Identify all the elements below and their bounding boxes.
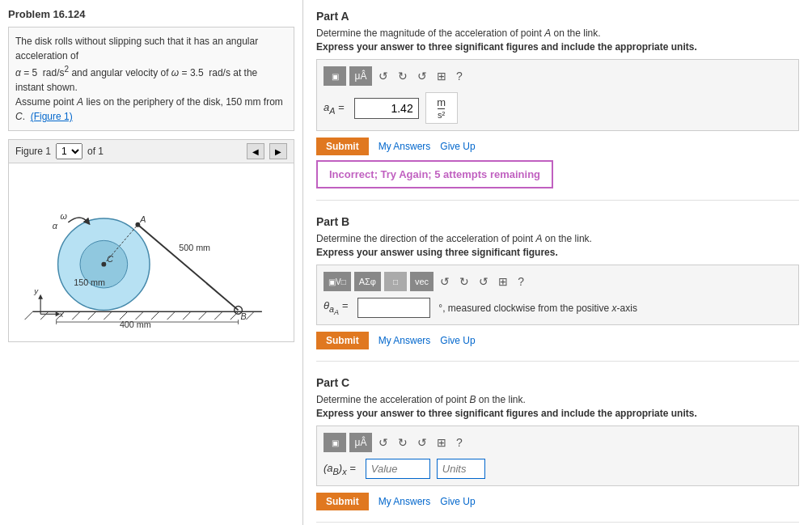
part-b-alpha-sigma-btn[interactable]: ΑΣφ	[354, 272, 381, 291]
svg-line-10	[167, 311, 176, 320]
part-a-instruction: Determine the magnitude of the accelerat…	[316, 28, 799, 39]
part-a-units-denom: s²	[438, 108, 445, 120]
part-a-input-row: aA = m s²	[324, 92, 792, 124]
part-c-instruction: Determine the acceleration of point B on…	[316, 394, 799, 405]
part-c-undo-icon[interactable]: ↺	[375, 434, 391, 451]
svg-line-12	[199, 311, 207, 320]
part-a-grid-icon[interactable]: ⊞	[433, 68, 450, 84]
part-b-help-icon[interactable]: ?	[514, 273, 527, 290]
part-a-answer-box: ▣ μÂ ↺ ↻ ↺ ⊞ ? aA = m s²	[316, 59, 799, 131]
part-b-redo-icon[interactable]: ↻	[456, 273, 472, 290]
svg-line-15	[246, 311, 254, 320]
part-c-matrix-btn[interactable]: ▣	[324, 433, 346, 452]
part-b-title: Part B	[316, 215, 799, 228]
part-c-answer-box: ▣ μÂ ↺ ↻ ↺ ⊞ ? (aB)x =	[316, 426, 799, 486]
figure-canvas: C A B 500 mm 150 mm 400	[9, 163, 294, 341]
svg-text:400 mm: 400 mm	[120, 320, 151, 329]
part-b-vec-btn[interactable]: vec	[410, 272, 433, 291]
part-b-toolbar: ▣V□ ΑΣφ □ vec ↺ ↻ ↺ ⊞ ?	[324, 272, 792, 291]
part-a-value-input[interactable]	[354, 98, 419, 119]
part-a-my-answers-btn[interactable]: My Answers	[379, 141, 431, 152]
part-b-submit-btn[interactable]: Submit	[316, 332, 369, 349]
svg-line-2	[40, 311, 49, 320]
part-c-refresh-icon[interactable]: ↺	[414, 434, 430, 451]
part-c-redo-icon[interactable]: ↻	[395, 434, 411, 451]
figure-label: Figure 1	[15, 146, 51, 157]
part-c-title: Part C	[316, 376, 799, 389]
part-a-title: Part A	[316, 10, 799, 23]
figure-prev-btn[interactable]: ◀	[247, 143, 264, 159]
svg-line-1	[25, 311, 33, 320]
part-a-section: Part A Determine the magnitude of the ac…	[316, 10, 799, 201]
part-a-units-fraction: m s²	[437, 96, 446, 120]
part-b-input-row: θaA = °, measured clockwise from the pos…	[324, 298, 792, 318]
right-panel: Part A Determine the magnitude of the ac…	[303, 0, 812, 525]
part-b-grid-icon[interactable]: ⊞	[495, 273, 511, 290]
part-c-express: Express your answer to three significant…	[316, 408, 799, 419]
part-c-give-up-btn[interactable]: Give Up	[440, 496, 475, 507]
part-c-value-input[interactable]	[366, 459, 430, 479]
left-panel: Problem 16.124 The disk rolls without sl…	[0, 0, 303, 525]
part-b-refresh-icon[interactable]: ↺	[476, 273, 492, 290]
part-c-my-answers-btn[interactable]: My Answers	[379, 496, 431, 507]
figure-of: of 1	[87, 146, 104, 157]
part-b-express: Express your answer using three signific…	[316, 247, 799, 258]
svg-marker-36	[38, 294, 43, 299]
part-a-label: aA =	[324, 101, 345, 116]
part-a-units-numer: m	[437, 96, 446, 108]
part-b-matrix-btn[interactable]: ▣V□	[324, 272, 351, 291]
part-c-section: Part C Determine the acceleration of poi…	[316, 376, 799, 523]
part-c-input-row: (aB)x =	[324, 459, 792, 479]
figure1-link[interactable]: (Figure 1)	[31, 111, 73, 122]
svg-text:ω: ω	[61, 211, 68, 221]
svg-line-6	[104, 311, 112, 320]
svg-line-22	[137, 225, 238, 311]
part-a-matrix-btn[interactable]: ▣	[324, 66, 346, 86]
svg-text:150 mm: 150 mm	[74, 277, 105, 287]
part-c-help-icon[interactable]: ?	[453, 434, 466, 451]
part-a-refresh-icon[interactable]: ↺	[414, 68, 430, 84]
part-b-value-input[interactable]	[357, 298, 430, 318]
svg-line-4	[72, 311, 80, 320]
part-b-my-answers-btn[interactable]: My Answers	[379, 335, 431, 346]
part-a-submit-btn[interactable]: Submit	[316, 138, 369, 155]
part-a-undo-icon[interactable]: ↺	[375, 68, 391, 84]
part-a-feedback: Incorrect; Try Again; 5 attempts remaini…	[316, 160, 553, 188]
part-b-answer-box: ▣V□ ΑΣφ □ vec ↺ ↻ ↺ ⊞ ? θaA = °, measure…	[316, 265, 799, 325]
part-b-action-row: Submit My Answers Give Up	[316, 332, 799, 349]
svg-text:y: y	[33, 286, 39, 295]
part-a-redo-icon[interactable]: ↻	[395, 68, 411, 84]
svg-line-7	[120, 311, 128, 320]
part-c-grid-icon[interactable]: ⊞	[433, 434, 450, 451]
part-a-express: Express your answer to three significant…	[316, 41, 799, 53]
part-a-action-row: Submit My Answers Give Up	[316, 138, 799, 155]
problem-title: Problem 16.124	[8, 8, 294, 20]
svg-line-13	[214, 311, 222, 320]
part-a-toolbar: ▣ μÂ ↺ ↻ ↺ ⊞ ?	[324, 66, 792, 86]
part-c-submit-btn[interactable]: Submit	[316, 493, 369, 510]
svg-text:A: A	[139, 214, 146, 224]
svg-line-5	[88, 311, 96, 320]
part-b-give-up-btn[interactable]: Give Up	[440, 335, 475, 346]
svg-text:α: α	[53, 221, 58, 231]
figure-next-btn[interactable]: ▶	[269, 143, 287, 159]
part-b-section: Part B Determine the direction of the ac…	[316, 215, 799, 362]
part-c-action-row: Submit My Answers Give Up	[316, 493, 799, 510]
part-c-units-input[interactable]	[437, 459, 485, 479]
part-a-help-icon[interactable]: ?	[453, 68, 466, 84]
svg-line-9	[151, 311, 159, 320]
figure-container: Figure 1 1 of 1 ◀ ▶	[8, 139, 294, 342]
svg-line-14	[230, 311, 239, 320]
figure-svg: C A B 500 mm 150 mm 400	[9, 163, 294, 341]
part-c-label: (aB)x =	[324, 462, 356, 476]
part-b-label: θaA =	[324, 299, 348, 316]
part-c-mu-btn[interactable]: μÂ	[349, 433, 372, 452]
figure-nav: Figure 1 1 of 1 ◀ ▶	[9, 140, 294, 163]
part-a-give-up-btn[interactable]: Give Up	[440, 141, 475, 152]
part-b-matrix2-btn[interactable]: □	[384, 272, 407, 291]
svg-line-8	[135, 311, 143, 320]
part-a-mu-btn[interactable]: μÂ	[349, 66, 372, 86]
figure-select[interactable]: 1	[56, 143, 82, 159]
part-b-undo-icon[interactable]: ↺	[437, 273, 453, 290]
svg-line-11	[183, 311, 191, 320]
